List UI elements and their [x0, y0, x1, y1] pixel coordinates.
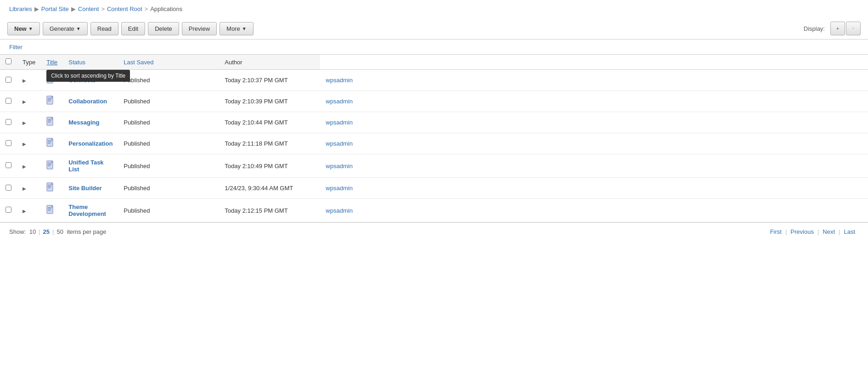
row-author-link[interactable]: wpsadmin — [326, 163, 353, 170]
breadcrumb-content-root[interactable]: Content Root — [107, 6, 142, 12]
row-author-link[interactable]: wpsadmin — [326, 119, 353, 126]
row-status-value: Published — [124, 207, 150, 214]
row-expand-cell: ▶ — [17, 91, 41, 112]
row-lastsaved-value: Today 2:10:37 PM GMT — [225, 77, 287, 84]
last-page-link[interactable]: Last — [840, 228, 859, 235]
new-button[interactable]: New ▼ — [7, 22, 40, 35]
svg-rect-30 — [48, 140, 51, 141]
toolbar: New ▼ Generate ▼ Read Edit Delete Previe… — [0, 18, 868, 40]
preview-button[interactable]: Preview — [182, 22, 217, 35]
row-author-link[interactable]: wpsadmin — [326, 140, 353, 147]
pagination-left: Show: 10 | 25 | 50 items per page — [9, 228, 107, 235]
svg-rect-37 — [48, 165, 51, 166]
row-title-link[interactable]: Unified Task List — [68, 159, 103, 173]
table-row: ▶ Personalization Published Today 2:11:1… — [0, 133, 868, 154]
expand-arrow-icon[interactable]: ▶ — [23, 78, 26, 83]
list-view-button[interactable]: + — [830, 22, 845, 35]
delete-button[interactable]: Delete — [148, 22, 179, 35]
row-author-link[interactable]: wpsadmin — [326, 98, 353, 105]
row-checkbox-6[interactable] — [6, 185, 11, 191]
expand-arrow-icon[interactable]: ▶ — [23, 141, 26, 147]
row-checkbox-cell — [0, 70, 17, 91]
generate-arrow-icon: ▼ — [76, 26, 81, 31]
row-checkbox-1[interactable] — [6, 77, 11, 83]
row-checkbox-5[interactable] — [6, 162, 11, 168]
read-button[interactable]: Read — [90, 22, 118, 35]
breadcrumb-libraries[interactable]: Libraries — [9, 6, 32, 12]
row-checkbox-cell — [0, 91, 17, 112]
edit-button[interactable]: Edit — [121, 22, 145, 35]
row-status-cell: Published — [118, 154, 219, 178]
previous-page-link[interactable]: Previous — [787, 228, 817, 235]
per-page-10: 10 — [29, 228, 36, 235]
breadcrumb-portal-site[interactable]: Portal Site — [41, 6, 69, 12]
svg-rect-40 — [48, 185, 51, 186]
row-author-cell: wpsadmin — [320, 133, 868, 154]
row-status-cell: Published — [118, 178, 219, 199]
svg-rect-16 — [48, 78, 51, 79]
breadcrumb-sep-2: ▶ — [71, 6, 76, 12]
next-page-link[interactable]: Next — [819, 228, 839, 235]
row-expand-cell: ▶ — [17, 199, 41, 222]
row-lastsaved-value: Today 2:10:49 PM GMT — [225, 163, 287, 170]
header-lastsaved-col: Last Saved — [118, 55, 219, 70]
expand-arrow-icon[interactable]: ▶ — [23, 186, 26, 191]
row-status-cell: Published — [118, 91, 219, 112]
row-title-link[interactable]: Personalization — [68, 140, 113, 147]
svg-rect-9 — [853, 28, 853, 29]
svg-rect-10 — [853, 28, 854, 29]
per-page-25-link[interactable]: 25 — [43, 228, 50, 235]
tree-view-button[interactable] — [846, 22, 861, 35]
row-title-cell: Messaging — [63, 112, 118, 133]
svg-rect-22 — [48, 101, 51, 102]
row-checkbox-7[interactable] — [6, 207, 11, 213]
svg-rect-47 — [48, 210, 51, 211]
filter-link[interactable]: Filter — [9, 44, 23, 51]
svg-rect-36 — [48, 164, 51, 165]
svg-rect-20 — [48, 98, 51, 99]
row-status-value: Published — [124, 98, 150, 105]
row-checkbox-3[interactable] — [6, 119, 11, 125]
pagination-right: First | Previous | Next | Last — [767, 228, 859, 235]
page-type-icon — [46, 205, 55, 215]
expand-arrow-icon[interactable]: ▶ — [23, 99, 26, 104]
row-title-link[interactable]: Theme Development — [68, 203, 106, 217]
row-title-link[interactable]: Site Builder — [68, 185, 101, 192]
row-status-cell: Published — [118, 112, 219, 133]
svg-rect-41 — [48, 186, 51, 187]
row-checkbox-cell — [0, 178, 17, 199]
row-status-value: Published — [124, 119, 150, 126]
row-title-link[interactable]: Collaboration — [68, 98, 107, 105]
select-all-checkbox[interactable] — [6, 58, 11, 64]
svg-rect-27 — [48, 122, 51, 123]
svg-rect-42 — [48, 187, 51, 188]
expand-arrow-icon[interactable]: ▶ — [23, 209, 26, 214]
pagination-bar: Show: 10 | 25 | 50 items per page First … — [0, 222, 868, 241]
breadcrumb-content[interactable]: Content — [78, 6, 99, 12]
row-title-link[interactable]: Messaging — [68, 119, 99, 126]
svg-rect-17 — [48, 79, 51, 80]
row-lastsaved-value: Today 2:12:15 PM GMT — [225, 207, 287, 214]
svg-rect-31 — [48, 141, 51, 142]
row-checkbox-2[interactable] — [6, 98, 11, 104]
header-type-label: Type — [23, 59, 35, 66]
row-title-link[interactable]: Connects — [68, 77, 96, 84]
expand-arrow-icon[interactable]: ▶ — [23, 164, 26, 169]
row-checkbox-4[interactable] — [6, 140, 11, 146]
more-button[interactable]: More ▼ — [220, 22, 254, 35]
page-type-icon — [46, 117, 55, 127]
row-author-link[interactable]: wpsadmin — [326, 207, 353, 214]
display-buttons: + — [830, 22, 861, 35]
generate-button[interactable]: Generate ▼ — [43, 22, 88, 35]
first-page-link[interactable]: First — [767, 228, 785, 235]
row-author-link[interactable]: wpsadmin — [326, 185, 353, 192]
row-author-link[interactable]: wpsadmin — [326, 77, 353, 84]
title-sort-container: Title Click to sort ascending by Title — [46, 59, 57, 66]
row-author-cell: wpsadmin — [320, 178, 868, 199]
row-author-cell: wpsadmin — [320, 70, 868, 91]
row-title-cell: Unified Task List — [63, 154, 118, 178]
expand-arrow-icon[interactable]: ▶ — [23, 120, 26, 125]
title-sort-link[interactable]: Title — [46, 59, 57, 66]
row-checkbox-cell — [0, 133, 17, 154]
row-lastsaved-cell: Today 2:10:44 PM GMT — [219, 112, 320, 133]
